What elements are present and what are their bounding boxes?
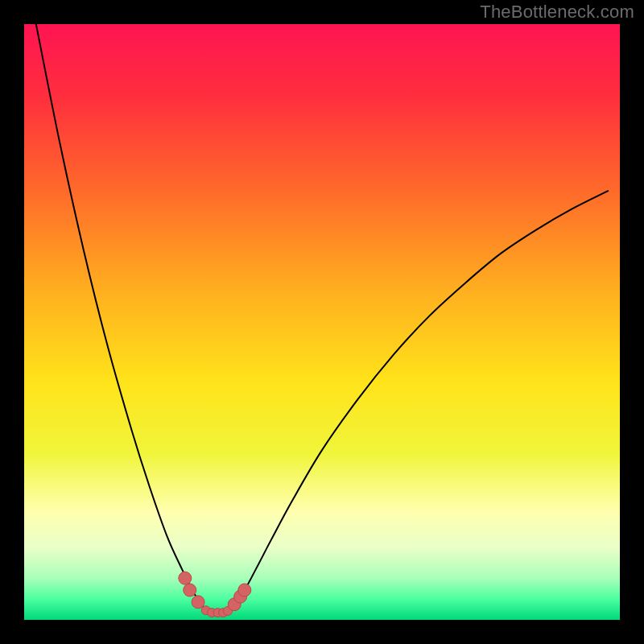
data-point <box>184 584 196 597</box>
gradient-background <box>24 24 620 620</box>
figure-container: TheBottleneck.com <box>0 0 644 644</box>
data-point <box>238 584 251 597</box>
plot-area <box>24 24 620 620</box>
data-point <box>179 572 192 584</box>
watermark-text: TheBottleneck.com <box>480 2 634 23</box>
bottleneck-chart <box>24 24 620 620</box>
data-point <box>192 596 204 609</box>
